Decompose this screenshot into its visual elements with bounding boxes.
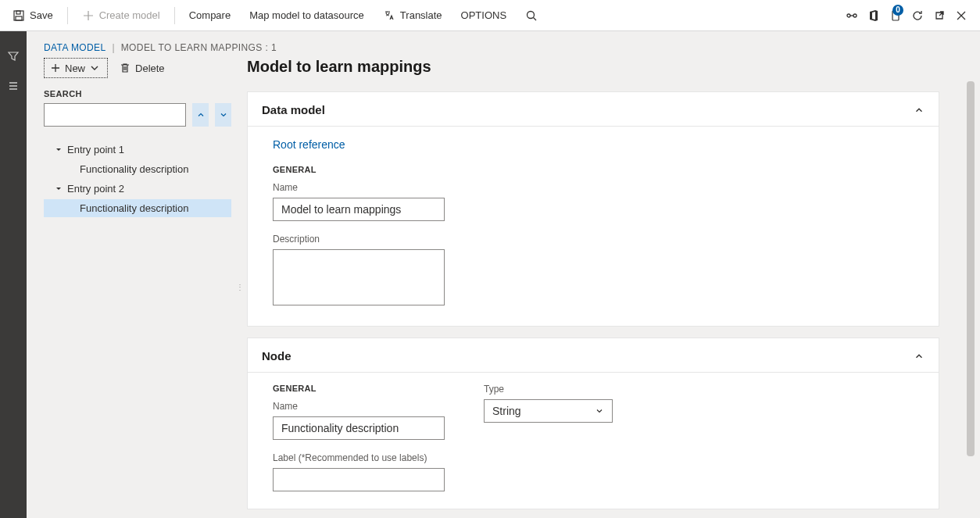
node-type-label: Type — [484, 384, 613, 395]
tree-item-entry-point-2[interactable]: Entry point 2 — [44, 178, 231, 199]
tree-label: Entry point 2 — [67, 183, 124, 195]
separator — [67, 7, 68, 24]
root-reference-link[interactable]: Root reference — [273, 138, 345, 151]
svg-rect-2 — [16, 16, 22, 20]
create-model-button: Create model — [74, 6, 168, 25]
panel-data-model: Data model Root reference GENERAL Name D… — [247, 91, 939, 327]
drag-handle-icon[interactable]: ⋮ — [236, 286, 245, 289]
search-up-button[interactable] — [192, 103, 209, 127]
save-button[interactable]: Save — [5, 6, 61, 25]
caret-down-icon — [55, 183, 63, 195]
create-model-label: Create model — [99, 9, 160, 21]
node-type-select[interactable]: String — [484, 399, 613, 423]
new-button[interactable]: New — [44, 58, 108, 78]
scrollbar-thumb[interactable] — [967, 81, 975, 456]
connector-icon[interactable] — [846, 9, 858, 22]
node-name-input[interactable] — [273, 416, 445, 440]
options-button[interactable]: OPTIONS — [453, 6, 515, 24]
page-title: Model to learn mappings — [247, 58, 939, 76]
options-label: OPTIONS — [461, 9, 507, 21]
panel-node: Node GENERAL Name — [247, 338, 939, 509]
panel-header-node[interactable]: Node — [248, 338, 939, 373]
main: DATA MODEL | MODEL TO LEARN MAPPINGS : 1… — [0, 31, 980, 518]
section-label-general: GENERAL — [273, 384, 445, 393]
chevron-down-icon — [595, 406, 604, 416]
panel-header-data-model[interactable]: Data model — [248, 92, 939, 127]
plus-icon — [82, 9, 95, 22]
chevron-down-icon — [88, 62, 101, 74]
left-rail — [0, 31, 27, 518]
tree-label: Entry point 1 — [67, 144, 124, 155]
refresh-icon[interactable] — [911, 9, 924, 22]
scrollbar[interactable] — [967, 81, 975, 510]
compare-button[interactable]: Compare — [181, 6, 238, 24]
caret-down-icon — [55, 144, 63, 155]
map-button[interactable]: Map model to datasource — [241, 6, 372, 24]
node-label-label: Label (*Recommended to use labels) — [273, 452, 445, 463]
svg-point-5 — [853, 14, 857, 17]
search-button[interactable] — [517, 6, 545, 25]
node-name-label: Name — [273, 401, 445, 412]
trash-icon — [119, 62, 131, 74]
office-icon[interactable] — [867, 9, 880, 22]
search-down-button[interactable] — [215, 103, 231, 127]
list-icon[interactable] — [7, 80, 20, 92]
translate-label: Translate — [400, 9, 442, 21]
toolbar-right: 0 — [846, 9, 975, 22]
delete-button[interactable]: Delete — [117, 58, 166, 78]
breadcrumb: DATA MODEL | MODEL TO LEARN MAPPINGS : 1 — [27, 31, 957, 58]
data-model-name-input[interactable] — [273, 198, 445, 221]
section-label-general: GENERAL — [273, 165, 914, 174]
translate-icon — [383, 9, 395, 22]
right-pane: ⋮ Model to learn mappings Data model Roo… — [247, 58, 939, 518]
notifications-icon[interactable]: 0 — [889, 9, 902, 22]
node-type-value: String — [492, 405, 521, 417]
search-icon — [525, 9, 538, 22]
svg-point-3 — [528, 11, 535, 18]
data-model-description-input[interactable] — [273, 249, 445, 305]
chevron-up-icon — [914, 351, 925, 362]
content: DATA MODEL | MODEL TO LEARN MAPPINGS : 1… — [27, 31, 980, 518]
filter-icon[interactable] — [7, 50, 20, 63]
tree-item-func-desc-2[interactable]: Functionality description — [44, 199, 231, 217]
save-label: Save — [30, 9, 53, 21]
compare-label: Compare — [189, 9, 231, 21]
node-label-input[interactable] — [273, 468, 445, 491]
tree-item-entry-point-1[interactable]: Entry point 1 — [44, 139, 231, 160]
separator — [174, 7, 175, 24]
tree-label: Functionality description — [80, 163, 188, 175]
plus-icon — [49, 62, 62, 74]
panel-title: Data model — [262, 103, 325, 116]
chevron-up-icon — [914, 105, 925, 116]
name-label: Name — [273, 182, 914, 193]
tree: Entry point 1 Functionality description … — [44, 139, 231, 217]
map-label: Map model to datasource — [249, 9, 364, 21]
tree-label: Functionality description — [80, 202, 188, 214]
toolbar: Save Create model Compare Map model to d… — [0, 0, 980, 31]
new-label: New — [65, 63, 85, 74]
delete-label: Delete — [135, 63, 165, 74]
close-icon[interactable] — [955, 9, 967, 22]
breadcrumb-root[interactable]: DATA MODEL — [44, 42, 106, 53]
svg-rect-1 — [16, 11, 20, 14]
popout-icon[interactable] — [933, 9, 946, 22]
workspace: New Delete SEARCH — [27, 58, 957, 518]
description-label: Description — [273, 234, 914, 245]
svg-point-4 — [847, 14, 850, 17]
save-icon — [13, 9, 25, 22]
notification-badge: 0 — [892, 5, 903, 16]
breadcrumb-current: MODEL TO LEARN MAPPINGS : 1 — [121, 42, 277, 53]
panel-title: Node — [262, 349, 291, 363]
tree-item-func-desc-1[interactable]: Functionality description — [44, 160, 231, 178]
left-pane: New Delete SEARCH — [44, 58, 231, 518]
breadcrumb-separator: | — [113, 42, 115, 53]
translate-button[interactable]: Translate — [375, 6, 450, 25]
search-input[interactable] — [44, 103, 186, 127]
search-label: SEARCH — [44, 89, 231, 98]
